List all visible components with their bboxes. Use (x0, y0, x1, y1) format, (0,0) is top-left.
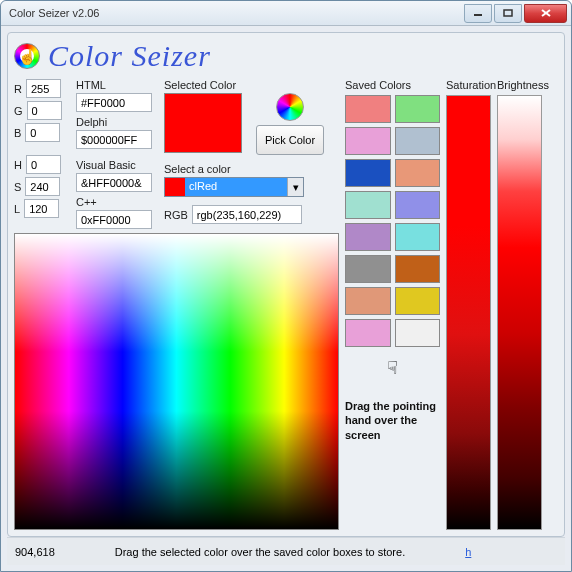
saturation-column: Saturation (446, 79, 491, 530)
saved-color-cell[interactable] (395, 287, 441, 315)
input-h[interactable] (26, 155, 61, 174)
pick-color-label: Pick Color (265, 134, 315, 146)
main-panel: ☝ Color Seizer R G B H S L (7, 32, 565, 537)
label-r: R (14, 83, 22, 95)
label-l: L (14, 203, 20, 215)
label-g: G (14, 105, 23, 117)
label-cpp: C++ (76, 196, 158, 208)
minimize-button[interactable] (464, 4, 492, 23)
left-column: R G B H S L HTML Delphi (14, 79, 339, 530)
content: ☝ Color Seizer R G B H S L (1, 26, 571, 571)
input-cpp[interactable] (76, 210, 152, 229)
input-b[interactable] (25, 123, 60, 142)
app-title: Color Seizer (48, 39, 211, 73)
window-title: Color Seizer v2.06 (9, 7, 464, 19)
svg-rect-1 (504, 10, 512, 16)
input-s[interactable] (25, 177, 60, 196)
input-l[interactable] (24, 199, 59, 218)
saved-color-cell[interactable] (345, 159, 391, 187)
hint-text: Drag the pointing hand over the screen (345, 399, 440, 442)
pointing-hand-icon[interactable]: ☟ (345, 357, 440, 379)
label-brightness: Brightness (497, 79, 542, 91)
pick-color-button[interactable]: Pick Color (256, 125, 324, 155)
window: Color Seizer v2.06 ☝ Color Seizer R G B (0, 0, 572, 572)
saved-color-cell[interactable] (345, 191, 391, 219)
saved-color-cell[interactable] (345, 95, 391, 123)
window-controls (464, 4, 567, 23)
saved-color-cell[interactable] (345, 287, 391, 315)
label-s: S (14, 181, 21, 193)
footer-hint: Drag the selected color over the saved c… (115, 546, 405, 558)
color-gradient-picker[interactable] (14, 233, 339, 530)
input-delphi[interactable] (76, 130, 152, 149)
label-h: H (14, 159, 22, 171)
color-wheel-icon[interactable] (276, 93, 304, 121)
saved-color-cell[interactable] (395, 159, 441, 187)
saved-colors-grid (345, 95, 440, 347)
label-selected: Selected Color (164, 79, 244, 91)
logo-icon: ☝ (14, 43, 40, 69)
saved-colors-column: Saved Colors ☟ Drag the pointing hand ov… (345, 79, 440, 530)
saved-color-cell[interactable] (395, 191, 441, 219)
main-grid: R G B H S L HTML Delphi (14, 79, 558, 530)
saturation-slider[interactable] (446, 95, 491, 530)
saved-color-cell[interactable] (345, 223, 391, 251)
saved-color-cell[interactable] (395, 95, 441, 123)
input-vb[interactable] (76, 173, 152, 192)
combo-swatch (165, 178, 185, 196)
selected-color-swatch[interactable] (164, 93, 242, 153)
label-b: B (14, 127, 21, 139)
label-rgb: RGB (164, 209, 188, 221)
label-select-a-color: Select a color (164, 163, 244, 175)
footer-link[interactable]: h (465, 546, 471, 558)
saved-color-cell[interactable] (395, 255, 441, 283)
brightness-column: Brightness (497, 79, 542, 530)
footer-coords: 904,618 (15, 546, 55, 558)
saved-color-cell[interactable] (395, 319, 441, 347)
saved-color-cell[interactable] (395, 223, 441, 251)
saved-color-cell[interactable] (345, 255, 391, 283)
footer: 904,618 Drag the selected color over the… (7, 537, 565, 565)
titlebar[interactable]: Color Seizer v2.06 (1, 1, 571, 26)
saved-color-cell[interactable] (345, 127, 391, 155)
saved-color-cell[interactable] (345, 319, 391, 347)
input-g[interactable] (27, 101, 62, 120)
brightness-slider[interactable] (497, 95, 542, 530)
hand-icon: ☝ (15, 44, 39, 68)
label-saturation: Saturation (446, 79, 491, 91)
saved-color-cell[interactable] (395, 127, 441, 155)
maximize-button[interactable] (494, 4, 522, 23)
label-vb: Visual Basic (76, 159, 158, 171)
logo-row: ☝ Color Seizer (14, 39, 558, 73)
label-saved: Saved Colors (345, 79, 440, 91)
input-r[interactable] (26, 79, 61, 98)
input-html[interactable] (76, 93, 152, 112)
close-button[interactable] (524, 4, 567, 23)
label-html: HTML (76, 79, 158, 91)
label-delphi: Delphi (76, 116, 158, 128)
